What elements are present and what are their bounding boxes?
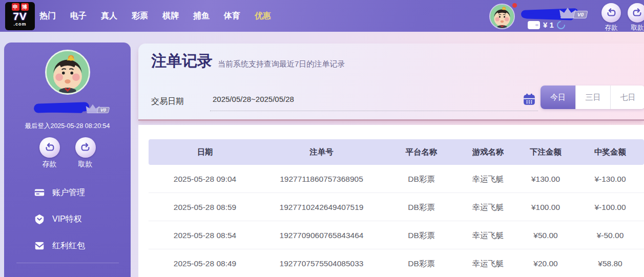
logo-7v: 7V xyxy=(13,11,27,22)
table-cell: 1927710242649407519 xyxy=(261,193,382,221)
logo-char-1: 申 xyxy=(12,3,19,11)
deposit-icon xyxy=(44,142,55,153)
sidebar-menu-item-1[interactable]: 账户管理 xyxy=(34,187,85,198)
vip-badge: V0 xyxy=(558,6,587,19)
table-row: 2025-05-28 09:041927711860757368905DB彩票幸… xyxy=(149,165,644,193)
deposit-icon xyxy=(606,7,617,18)
sidebar-menu-label: 红利红包 xyxy=(52,241,85,251)
sidebar-menu-item-3[interactable]: 红利红包 xyxy=(34,240,85,251)
records-table-card: 日期注单号平台名称游戏名称下注金额中奖金额 2025-05-28 09:0419… xyxy=(138,125,644,277)
gem-icon xyxy=(34,214,45,225)
table-cell: 1927711860757368905 xyxy=(261,165,382,193)
deposit-label: 存款 xyxy=(37,160,62,169)
page: { "brand": { "logo_sq1": "申", "logo_sq2"… xyxy=(0,0,644,277)
records-header-card: 注单记录 当前系统支持查询最近7日的注单记录 交易日期 2025/05/28~2… xyxy=(138,44,644,119)
page-title: 注单记录 xyxy=(151,51,213,72)
balance-row: ¥ 1 xyxy=(528,20,565,29)
table-body: 2025-05-28 09:041927711860757368905DB彩票幸… xyxy=(149,165,644,277)
site-logo[interactable]: 申 博 7V .com xyxy=(5,2,35,30)
wallet-icon xyxy=(528,21,540,29)
vip-level: V0 xyxy=(97,107,110,113)
column-header: 平台名称 xyxy=(382,139,461,165)
date-quick-tabs: 今日三日七日 xyxy=(541,86,644,109)
sidebar: V0 最后登入2025-05-28 08:20:54 存款 取款 账户管理VIP… xyxy=(4,42,131,277)
calendar-icon[interactable] xyxy=(523,93,537,107)
records-table: 日期注单号平台名称游戏名称下注金额中奖金额 2025-05-28 09:0419… xyxy=(149,139,644,277)
nav-item-5[interactable]: 棋牌 xyxy=(162,11,179,22)
red-packet-icon xyxy=(34,240,45,251)
table-cell: ¥-50.00 xyxy=(576,221,644,249)
sidebar-quick-actions: 存款 取款 xyxy=(4,137,131,169)
deposit-button[interactable]: 存款 xyxy=(37,137,62,169)
sidebar-menu-label: 账户管理 xyxy=(52,187,85,198)
logo-char-2: 博 xyxy=(21,3,29,11)
table-cell: ¥20.00 xyxy=(515,249,576,277)
table-cell: 2025-05-28 08:54 xyxy=(149,221,261,249)
username-redacted xyxy=(38,108,83,113)
nav-item-6[interactable]: 捕鱼 xyxy=(193,11,210,22)
refresh-balance-icon[interactable] xyxy=(555,19,567,31)
table-cell: 幸运飞艇 xyxy=(461,193,515,221)
withdraw-button[interactable]: 取款 xyxy=(73,137,98,169)
column-header: 注单号 xyxy=(261,139,382,165)
avatar[interactable] xyxy=(489,4,515,29)
deposit-button[interactable]: 存款 xyxy=(599,3,624,32)
column-header: 下注金额 xyxy=(515,139,576,165)
tab-3[interactable]: 七日 xyxy=(610,86,644,109)
last-login-text: 最后登入2025-05-28 08:20:54 xyxy=(4,122,131,131)
table-cell: 2025-05-28 08:59 xyxy=(149,193,261,221)
date-range-input[interactable]: 2025/05/28~2025/05/28 xyxy=(210,91,538,111)
table-cell: DB彩票 xyxy=(382,221,461,249)
nav-item-2[interactable]: 电子 xyxy=(70,11,87,22)
tab-2[interactable]: 三日 xyxy=(575,86,610,109)
header-user-area: V0 ¥ 1 存款 取款 xyxy=(488,0,644,32)
sidebar-menu-item-2[interactable]: VIP特权 xyxy=(34,214,85,225)
sidebar-divider xyxy=(16,263,119,263)
logo-characters: 申 博 xyxy=(12,3,29,11)
table-cell: 幸运飞艇 xyxy=(461,249,515,277)
nav-item-8[interactable]: 优惠 xyxy=(255,11,271,22)
table-cell: DB彩票 xyxy=(382,249,461,277)
withdraw-button[interactable]: 取款 xyxy=(625,3,644,32)
column-header: 中奖金额 xyxy=(576,139,644,165)
sidebar-menu: 账户管理VIP特权红利红包 xyxy=(34,187,85,267)
avatar[interactable] xyxy=(45,50,90,95)
nav-item-7[interactable]: 体育 xyxy=(224,11,240,22)
page-title-row: 注单记录 当前系统支持查询最近7日的注单记录 xyxy=(151,51,345,72)
column-header: 日期 xyxy=(149,139,261,165)
withdraw-icon xyxy=(80,142,91,153)
date-filter-row: 交易日期 2025/05/28~2025/05/28 今日三日七日 xyxy=(151,91,633,113)
table-cell: 1927709060765843464 xyxy=(261,221,382,249)
table-cell: DB彩票 xyxy=(382,193,461,221)
table-cell: 2025-05-28 09:04 xyxy=(149,165,261,193)
withdraw-label: 取款 xyxy=(625,24,644,32)
vip-badge: V0 xyxy=(85,103,109,114)
top-nav-bar: 申 博 7V .com 热门电子真人彩票棋牌捕鱼体育优惠 V0 ¥ 1 存款 取… xyxy=(0,0,644,32)
table-cell: ¥-100.00 xyxy=(576,193,644,221)
table-cell: ¥100.00 xyxy=(515,193,576,221)
nav-item-4[interactable]: 彩票 xyxy=(132,11,148,22)
nav-item-3[interactable]: 真人 xyxy=(101,11,117,22)
column-header: 游戏名称 xyxy=(461,139,515,165)
table-cell: 幸运飞艇 xyxy=(461,221,515,249)
table-cell: ¥-130.00 xyxy=(576,165,644,193)
table-cell: 1927707575504085033 xyxy=(261,249,382,277)
table-row: 2025-05-28 08:491927707575504085033DB彩票幸… xyxy=(149,249,644,277)
table-cell: 2025-05-28 08:49 xyxy=(149,249,261,277)
page-subtitle: 当前系统支持查询最近7日的注单记录 xyxy=(218,59,345,72)
table-cell: DB彩票 xyxy=(382,165,461,193)
table-cell: ¥130.00 xyxy=(515,165,576,193)
table-row: 2025-05-28 08:591927710242649407519DB彩票幸… xyxy=(149,193,644,221)
vip-level: V0 xyxy=(573,11,588,18)
date-filter-label: 交易日期 xyxy=(151,96,184,107)
withdraw-icon xyxy=(632,7,643,18)
table-row: 2025-05-28 08:541927709060765843464DB彩票幸… xyxy=(149,221,644,249)
withdraw-label: 取款 xyxy=(73,160,98,169)
notification-dot xyxy=(512,3,517,8)
nav-item-1[interactable]: 热门 xyxy=(39,11,56,22)
balance-amount: ¥ 1 xyxy=(543,20,554,29)
sidebar-username-row: V0 xyxy=(4,100,131,115)
tab-1[interactable]: 今日 xyxy=(541,86,575,109)
table-cell: ¥58.80 xyxy=(576,249,644,277)
logo-com: .com xyxy=(13,22,26,27)
